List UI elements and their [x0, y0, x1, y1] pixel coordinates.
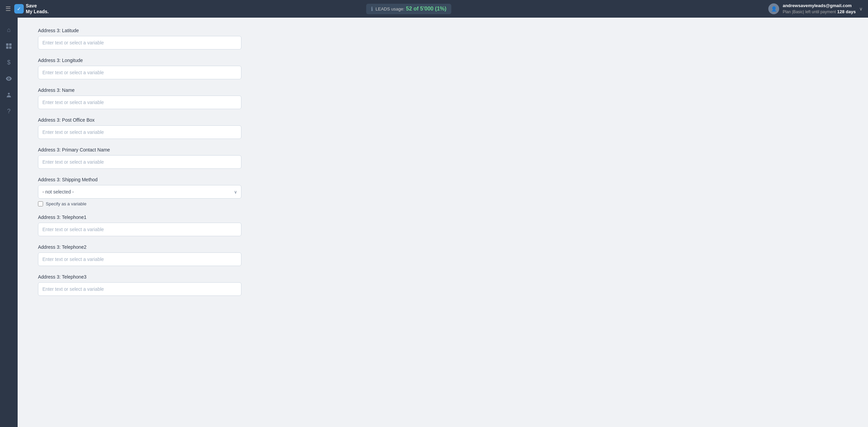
chevron-down-icon[interactable]: ∨: [859, 6, 863, 12]
label-address3-telephone1: Address 3: Telephone1: [38, 215, 330, 220]
field-address3-telephone3: Address 3: Telephone3: [38, 274, 330, 296]
label-address3-post-office-box: Address 3: Post Office Box: [38, 117, 330, 123]
leads-count: 52 of 5'000 (1%): [406, 6, 446, 12]
field-address3-shipping-method: Address 3: Shipping Method - not selecte…: [38, 177, 330, 206]
svg-rect-1: [9, 43, 12, 46]
sidebar-item-settings[interactable]: [2, 72, 16, 85]
svg-rect-2: [6, 46, 8, 49]
svg-rect-0: [6, 43, 8, 46]
select-address3-shipping-method[interactable]: - not selected -: [38, 185, 241, 199]
user-email: andrewsavemyleads@gmail.com: [783, 3, 851, 8]
label-address3-telephone2: Address 3: Telephone2: [38, 244, 330, 250]
label-address3-longitude: Address 3: Longitude: [38, 58, 330, 63]
top-navigation: ☰ ✓ Save My Leads. ℹ LEADS usage: 52 of …: [0, 0, 868, 18]
specify-as-variable-label: Specify as a variable: [46, 201, 86, 206]
field-address3-primary-contact-name: Address 3: Primary Contact Name: [38, 147, 330, 169]
field-address3-telephone2: Address 3: Telephone2: [38, 244, 330, 266]
logo: ✓ Save My Leads.: [14, 3, 49, 15]
specify-as-variable-row: Specify as a variable: [38, 201, 330, 206]
svg-rect-3: [9, 46, 12, 49]
input-address3-telephone1[interactable]: [38, 223, 241, 236]
input-address3-longitude[interactable]: [38, 66, 241, 79]
user-info: andrewsavemyleads@gmail.com Plan |Basic|…: [783, 3, 856, 15]
specify-as-variable-checkbox[interactable]: [38, 201, 43, 206]
leads-usage-badge: ℹ LEADS usage: 52 of 5'000 (1%): [366, 4, 451, 14]
hamburger-menu-icon[interactable]: ☰: [5, 5, 11, 13]
input-address3-primary-contact-name[interactable]: [38, 155, 241, 169]
sidebar-item-home[interactable]: ⌂: [2, 23, 16, 37]
sidebar-item-connections[interactable]: [2, 39, 16, 53]
input-address3-telephone3[interactable]: [38, 282, 241, 296]
input-address3-post-office-box[interactable]: [38, 125, 241, 139]
input-address3-latitude[interactable]: [38, 36, 241, 49]
logo-text: Save My Leads.: [26, 3, 49, 15]
field-address3-latitude: Address 3: Latitude: [38, 28, 330, 49]
info-icon: ℹ: [371, 6, 373, 12]
label-address3-telephone3: Address 3: Telephone3: [38, 274, 330, 280]
field-address3-name: Address 3: Name: [38, 87, 330, 109]
field-address3-longitude: Address 3: Longitude: [38, 58, 330, 79]
input-address3-telephone2[interactable]: [38, 252, 241, 266]
sidebar-item-billing[interactable]: $: [2, 56, 16, 69]
logo-checkmark-icon: ✓: [14, 4, 24, 14]
sidebar-item-profile[interactable]: [2, 88, 16, 102]
sidebar: ⌂ $ ?: [0, 18, 18, 427]
user-plan: Plan |Basic| left until payment: [783, 9, 836, 14]
label-address3-shipping-method: Address 3: Shipping Method: [38, 177, 330, 182]
avatar: 👤: [768, 3, 779, 14]
form-area: Address 3: Latitude Address 3: Longitude…: [18, 18, 343, 324]
leads-label: LEADS usage:: [376, 6, 405, 12]
field-address3-telephone1: Address 3: Telephone1: [38, 215, 330, 236]
label-address3-primary-contact-name: Address 3: Primary Contact Name: [38, 147, 330, 152]
sidebar-item-help[interactable]: ?: [2, 104, 16, 118]
main-content: Address 3: Latitude Address 3: Longitude…: [18, 18, 868, 427]
label-address3-name: Address 3: Name: [38, 87, 330, 93]
label-address3-latitude: Address 3: Latitude: [38, 28, 330, 33]
user-days: 128 days: [837, 9, 856, 14]
input-address3-name[interactable]: [38, 96, 241, 109]
field-address3-post-office-box: Address 3: Post Office Box: [38, 117, 330, 139]
select-wrapper-shipping-method: - not selected - ∨: [38, 185, 241, 199]
